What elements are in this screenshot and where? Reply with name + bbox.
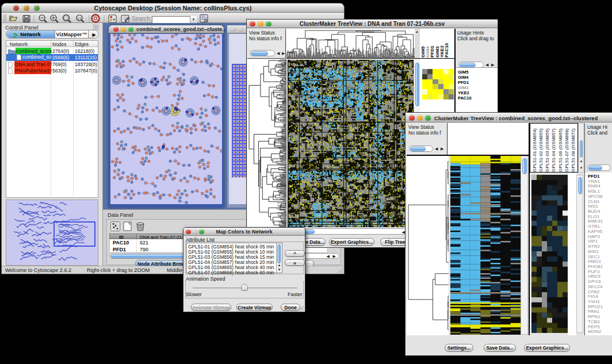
svg-text:GPL51-03 (GSM856): GPL51-03 (GSM856) bbox=[545, 128, 550, 172]
svg-text:1:1: 1:1 bbox=[78, 16, 82, 20]
svg-text:Search:: Search: bbox=[132, 15, 151, 21]
svg-text:GPL51-01 (GSM854): GPL51-01 (GSM854) bbox=[532, 128, 537, 172]
svg-text:GPL51-06 (GSM865): GPL51-06 (GSM865) bbox=[558, 128, 563, 172]
svg-text:GPL51-02 (GSM855): GPL51-02 (GSM855) bbox=[538, 128, 544, 172]
svg-text:GPL51-08 (GSM872): GPL51-08 (GSM872) bbox=[571, 128, 576, 172]
svg-text:GPL51-07 (GSM868): GPL51-07 (GSM868) bbox=[564, 128, 569, 172]
svg-text:PAC10: PAC10 bbox=[444, 43, 449, 58]
svg-text:GPL51-04 (GSM857): GPL51-04 (GSM857) bbox=[551, 128, 556, 172]
